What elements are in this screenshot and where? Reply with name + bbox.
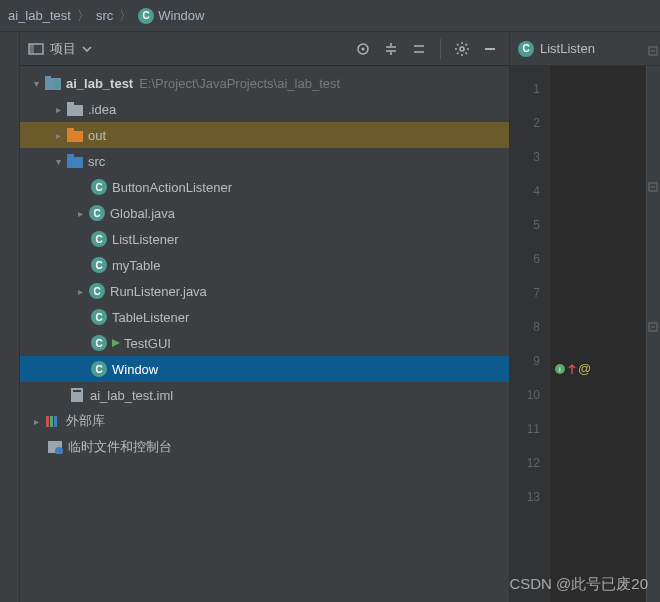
class-icon: C xyxy=(91,309,107,325)
breadcrumb-leaf[interactable]: C Window xyxy=(136,8,206,24)
chevron-right-icon[interactable]: ▸ xyxy=(50,130,66,141)
gear-icon[interactable] xyxy=(451,38,473,60)
scratch-icon xyxy=(46,438,64,456)
svg-rect-13 xyxy=(67,157,83,168)
class-icon: C xyxy=(89,283,105,299)
tree-out[interactable]: ▸ out xyxy=(20,122,509,148)
editor-area: C ListListen 1 2 3 4 5 6 7 8 9 i @ xyxy=(510,32,660,602)
tree-file[interactable]: C myTable xyxy=(20,252,509,278)
chevron-down-icon[interactable]: ▾ xyxy=(50,156,66,167)
svg-rect-16 xyxy=(73,390,81,392)
breadcrumb-src[interactable]: src xyxy=(94,8,115,23)
editor-tab-bar: C ListListen xyxy=(510,32,660,66)
class-icon: C xyxy=(91,361,107,377)
project-panel: 项目 ▾ ai_lab_test E:\Project\JavaProjects… xyxy=(20,32,510,602)
class-icon: C xyxy=(91,179,107,195)
tree-file-selected[interactable]: C Window xyxy=(20,356,509,382)
chevron-right-icon[interactable]: ▸ xyxy=(28,416,44,427)
folder-icon xyxy=(66,126,84,144)
fold-marker-icon[interactable] xyxy=(648,320,658,332)
chevron-right-icon[interactable]: ▸ xyxy=(72,208,88,219)
editor-tab[interactable]: C ListListen xyxy=(518,41,595,57)
svg-rect-9 xyxy=(67,105,83,116)
svg-rect-5 xyxy=(485,48,495,50)
fold-marker-icon[interactable] xyxy=(648,44,658,56)
tree-src[interactable]: ▾ src xyxy=(20,148,509,174)
chevron-right-icon: 〉 xyxy=(115,7,136,25)
tree-file[interactable]: C TableListener xyxy=(20,304,509,330)
svg-rect-19 xyxy=(54,416,57,427)
chevron-right-icon[interactable]: ▸ xyxy=(50,104,66,115)
tree-file[interactable]: ▸ C Global.java xyxy=(20,200,509,226)
module-icon xyxy=(44,74,62,92)
dropdown-icon[interactable] xyxy=(82,44,92,54)
panel-title: 项目 xyxy=(50,40,76,58)
class-icon: C xyxy=(91,231,107,247)
svg-rect-10 xyxy=(67,102,74,106)
svg-rect-14 xyxy=(67,154,74,158)
svg-point-3 xyxy=(362,47,365,50)
expand-all-icon[interactable] xyxy=(380,38,402,60)
svg-rect-8 xyxy=(54,82,59,88)
tree-file[interactable]: ▸ C RunListener.java xyxy=(20,278,509,304)
left-toolwindow-bar[interactable] xyxy=(0,32,20,602)
svg-rect-7 xyxy=(45,76,51,79)
svg-point-4 xyxy=(460,47,464,51)
run-marker-icon xyxy=(112,334,120,352)
class-icon: C xyxy=(91,335,107,351)
tree-file[interactable]: C ListListener xyxy=(20,226,509,252)
line-9[interactable]: 9 i @ xyxy=(510,344,540,378)
class-icon: C xyxy=(138,8,154,24)
source-folder-icon xyxy=(66,152,84,170)
separator xyxy=(440,39,441,59)
select-opened-file-icon[interactable] xyxy=(352,38,374,60)
chevron-right-icon[interactable]: ▸ xyxy=(72,286,88,297)
breadcrumb: ai_lab_test 〉 src 〉 C Window xyxy=(0,0,660,32)
project-tree[interactable]: ▾ ai_lab_test E:\Project\JavaProjects\ai… xyxy=(20,66,509,602)
code-area[interactable] xyxy=(550,66,646,602)
svg-rect-11 xyxy=(67,131,83,142)
watermark: CSDN @此号已废20 xyxy=(509,575,648,594)
chevron-down-icon[interactable]: ▾ xyxy=(28,78,44,89)
svg-rect-17 xyxy=(46,416,49,427)
folder-icon xyxy=(66,100,84,118)
file-icon xyxy=(68,386,86,404)
class-icon: C xyxy=(91,257,107,273)
tree-file[interactable]: C TestGUI xyxy=(20,330,509,356)
class-icon: C xyxy=(518,41,534,57)
svg-rect-18 xyxy=(50,416,53,427)
panel-header: 项目 xyxy=(20,32,509,66)
tree-root[interactable]: ▾ ai_lab_test E:\Project\JavaProjects\ai… xyxy=(20,70,509,96)
fold-gutter[interactable] xyxy=(646,66,660,602)
library-icon xyxy=(44,412,62,430)
tree-file[interactable]: C ButtonActionListener xyxy=(20,174,509,200)
hide-icon[interactable] xyxy=(479,38,501,60)
project-view-icon xyxy=(28,41,44,57)
svg-rect-12 xyxy=(67,128,74,132)
tree-scratches[interactable]: 临时文件和控制台 xyxy=(20,434,509,460)
tree-external-libs[interactable]: ▸ 外部库 xyxy=(20,408,509,434)
tree-idea[interactable]: ▸ .idea xyxy=(20,96,509,122)
chevron-right-icon: 〉 xyxy=(73,7,94,25)
collapse-all-icon[interactable] xyxy=(408,38,430,60)
line-number-gutter[interactable]: 1 2 3 4 5 6 7 8 9 i @ 10 11 12 xyxy=(510,66,550,602)
breadcrumb-root[interactable]: ai_lab_test xyxy=(6,8,73,23)
tree-iml[interactable]: ai_lab_test.iml xyxy=(20,382,509,408)
fold-marker-icon[interactable] xyxy=(648,180,658,192)
class-icon: C xyxy=(89,205,105,221)
svg-rect-1 xyxy=(29,44,34,54)
